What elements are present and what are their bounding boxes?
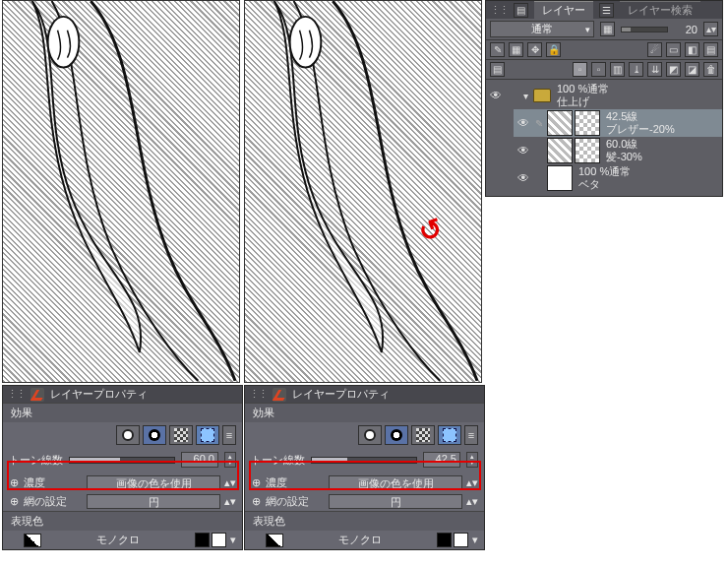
- layer-line1: 42.5線: [606, 110, 720, 123]
- border-effect-button[interactable]: [358, 425, 382, 445]
- panel-grip-icon[interactable]: ⋮⋮: [249, 388, 267, 401]
- display-color-row: モノクロ ▾: [3, 531, 242, 549]
- folder-disclosure[interactable]: ▾: [519, 91, 531, 101]
- density-value[interactable]: 画像の色を使用: [87, 475, 220, 490]
- folder-name: 仕上げ: [557, 95, 720, 108]
- tone-area-effect-button[interactable]: [438, 425, 461, 445]
- checker-icon: ▦: [600, 22, 615, 36]
- layer-color-effect-button[interactable]: [411, 425, 435, 445]
- visibility-toggle[interactable]: 👁: [516, 116, 531, 130]
- expand-icon[interactable]: ⊕: [9, 476, 20, 489]
- bw-swatches[interactable]: [195, 533, 226, 547]
- expand-icon[interactable]: ⊕: [251, 476, 262, 489]
- tone-lines-value[interactable]: 42.5: [423, 452, 460, 468]
- delete-layer-icon[interactable]: 🗑: [703, 62, 718, 77]
- mono-thumb-icon[interactable]: [266, 534, 283, 547]
- tone-effect-button[interactable]: [143, 425, 166, 445]
- bw-swatches[interactable]: [437, 533, 468, 547]
- display-color-menu[interactable]: ▾: [230, 534, 236, 546]
- apply-mask-icon[interactable]: ◪: [685, 62, 699, 77]
- palette-mode-icon[interactable]: ▤: [490, 62, 505, 77]
- tone-area-effect-button[interactable]: [196, 425, 219, 445]
- visibility-toggle[interactable]: 👁: [516, 171, 531, 185]
- panel-titlebar: ⋮⋮ レイヤープロパティ: [3, 386, 242, 403]
- tone-lines-spinner[interactable]: ▴▾: [224, 452, 236, 468]
- blend-mode-combo[interactable]: 通常: [490, 21, 594, 37]
- mesh-spinner[interactable]: ▴▾: [466, 495, 478, 508]
- visibility-toggle[interactable]: 👁: [516, 144, 531, 158]
- mesh-value[interactable]: 円: [329, 494, 462, 509]
- tone-effect-button[interactable]: [385, 425, 408, 445]
- blend-opacity-row: 通常 ▦ 20 ▴▾: [486, 19, 722, 40]
- density-spinner[interactable]: ▴▾: [224, 476, 236, 489]
- new-folder-icon[interactable]: ▥: [610, 62, 625, 77]
- opacity-slider[interactable]: [621, 27, 668, 32]
- tone-lines-slider[interactable]: [69, 457, 175, 464]
- pen-indicator-icon: ✎: [533, 118, 545, 129]
- layer-tree: 👁 ▾ 100 %通常 仕上げ 👁 ✎ 42.5線 ブレザー-20% 👁: [486, 80, 722, 196]
- density-value[interactable]: 画像の色を使用: [329, 475, 462, 490]
- layer-property-panel-right: ⋮⋮ レイヤープロパティ 効果 ≡ トーン線数 42.5 ▴▾ ⊕ 濃度 画像の…: [244, 385, 485, 550]
- layer-property-icon: [273, 388, 286, 402]
- panel-title: レイヤープロパティ: [50, 387, 148, 402]
- transfer-down-icon[interactable]: ⤓: [629, 62, 643, 77]
- folder-label: 100 %通常 仕上げ: [553, 83, 720, 108]
- effect-menu-button[interactable]: ≡: [464, 425, 478, 445]
- section-display-color: 表現色: [245, 511, 484, 531]
- layer-label: 60.0線 髪-30%: [602, 138, 720, 163]
- expand-icon[interactable]: ⊕: [9, 495, 20, 508]
- new-vector-layer-icon[interactable]: ▫: [591, 62, 606, 77]
- density-spinner[interactable]: ▴▾: [466, 476, 478, 489]
- opacity-spinner[interactable]: ▴▾: [703, 22, 718, 36]
- density-row: ⊕ 濃度 画像の色を使用 ▴▾: [245, 473, 484, 492]
- layer-action-row: ▤ ▫ ▫ ▥ ⤓ ⇊ ◩ ◪ 🗑: [486, 60, 722, 80]
- border-effect-button[interactable]: [116, 425, 140, 445]
- lock-move-icon[interactable]: ✥: [527, 42, 542, 57]
- display-color-row: モノクロ ▾: [245, 531, 484, 549]
- visibility-toggle[interactable]: 👁: [488, 89, 504, 102]
- tab-layer-search[interactable]: レイヤー検索: [620, 1, 700, 19]
- folder-mode: 100 %通常: [557, 83, 720, 95]
- layer-lock-row: ✎ ▦ ✥ 🔒 ☄ ▭ ◧ ▤: [486, 40, 722, 60]
- tone-lines-value[interactable]: 60.0: [181, 452, 218, 468]
- lineart-hair: [245, 1, 481, 381]
- new-raster-layer-icon[interactable]: ▫: [573, 62, 587, 77]
- mesh-value[interactable]: 円: [87, 494, 220, 509]
- mesh-label: 網の設定: [266, 494, 325, 509]
- lock-pen-icon[interactable]: ✎: [490, 42, 505, 57]
- panel-title: レイヤープロパティ: [292, 387, 390, 402]
- effect-menu-button[interactable]: ≡: [222, 425, 236, 445]
- artwork-preview-42: [244, 0, 482, 383]
- layer-row-selected[interactable]: 👁 ✎ 42.5線 ブレザー-20%: [514, 109, 722, 137]
- mono-label: モノクロ: [287, 533, 433, 547]
- mono-label: モノクロ: [45, 533, 191, 547]
- panel-grip-icon[interactable]: ⋮⋮: [7, 388, 25, 401]
- layer-color-icon[interactable]: ▤: [703, 42, 718, 57]
- clip-mask-icon[interactable]: ◧: [685, 42, 699, 57]
- layer-color-effect-button[interactable]: [169, 425, 193, 445]
- draft-layer-icon[interactable]: ▭: [666, 42, 681, 57]
- layer-row[interactable]: 👁 100 %通常 ベタ: [514, 164, 722, 192]
- mesh-spinner[interactable]: ▴▾: [224, 495, 236, 508]
- lock-icon[interactable]: 🔒: [546, 42, 561, 57]
- ref-layer-icon[interactable]: ☄: [647, 42, 662, 57]
- tone-lines-spinner[interactable]: ▴▾: [466, 452, 478, 468]
- effect-buttons: ≡: [245, 422, 484, 448]
- svg-point-0: [48, 17, 80, 68]
- layer-property-panel-left: ⋮⋮ レイヤープロパティ 効果 ≡ トーン線数 60.0 ▴▾ ⊕ 濃度 画像の…: [2, 385, 243, 550]
- expand-icon[interactable]: ⊕: [251, 495, 262, 508]
- density-label: 濃度: [24, 475, 83, 490]
- tone-lines-slider[interactable]: [311, 457, 417, 464]
- merge-down-icon[interactable]: ⇊: [647, 62, 662, 77]
- panel-grip-icon[interactable]: ⋮⋮: [490, 4, 508, 17]
- layer-line2: 髪-30%: [606, 151, 720, 163]
- layer-mask-icon[interactable]: ◩: [666, 62, 681, 77]
- layer-folder-row[interactable]: 👁 ▾ 100 %通常 仕上げ: [486, 82, 722, 109]
- mono-thumb-icon[interactable]: [24, 534, 41, 547]
- layer-row[interactable]: 👁 60.0線 髪-30%: [514, 137, 722, 164]
- display-color-menu[interactable]: ▾: [472, 534, 478, 546]
- layer-thumb: [547, 138, 573, 163]
- tab-layers[interactable]: レイヤー: [534, 1, 593, 19]
- artwork-preview-60: [2, 0, 240, 383]
- lock-checker-icon[interactable]: ▦: [509, 42, 523, 57]
